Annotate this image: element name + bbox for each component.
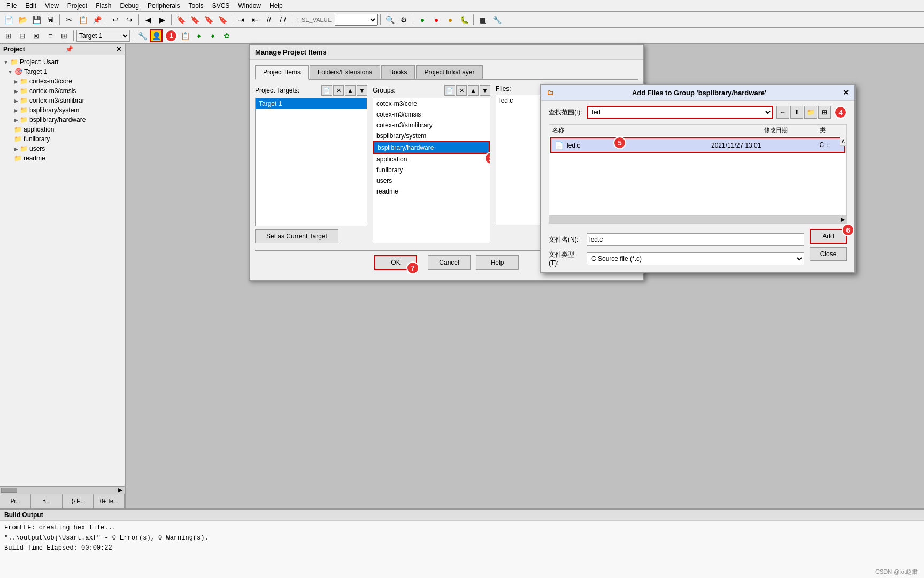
manage-project-btn[interactable]: 👤 — [150, 29, 163, 42]
sort-btn[interactable]: ∧ — [840, 136, 846, 146]
targets-del-btn[interactable]: ✕ — [333, 85, 344, 96]
group-item-4[interactable]: bsplibrary/hardware — [373, 141, 490, 154]
tab-project-info[interactable]: Project Info/Layer — [416, 65, 482, 79]
add-dialog-close-btn[interactable]: ✕ — [843, 88, 849, 97]
tree-users[interactable]: ▶ 📁 users — [1, 144, 124, 153]
menu-edit[interactable]: Edit — [21, 1, 41, 11]
hse-combo[interactable] — [335, 14, 378, 26]
left-tab-templates[interactable]: 0+ Te... — [94, 494, 125, 508]
paste-btn[interactable]: 📌 — [90, 13, 103, 26]
group-item-0[interactable]: cotex-m3/core — [373, 98, 490, 109]
target-item-0[interactable]: Target 1 — [256, 98, 367, 109]
close-btn-add[interactable]: Close — [810, 247, 847, 261]
lookup-new-folder-btn[interactable]: 📁 — [804, 106, 817, 119]
indent-btn[interactable]: ⇥ — [235, 13, 248, 26]
tb2-green2-btn[interactable]: ♦ — [206, 29, 219, 42]
tab-project-items[interactable]: Project Items — [255, 65, 309, 80]
comment-btn[interactable]: // — [263, 13, 275, 26]
tree-bsp-hardware[interactable]: ▶ 📁 bsplibrary/hardware — [1, 115, 124, 125]
lookup-up-btn[interactable]: ⬆ — [790, 106, 803, 119]
debug-btn[interactable]: 🐛 — [458, 13, 471, 26]
lookup-back-btn[interactable]: ← — [776, 106, 789, 119]
group-item-2[interactable]: cotex-m3/stmlibrary — [373, 120, 490, 130]
menu-window[interactable]: Window — [234, 1, 265, 11]
targets-dn-btn[interactable]: ▼ — [357, 85, 367, 96]
groups-del-btn[interactable]: ✕ — [456, 85, 467, 96]
filename-input[interactable] — [587, 233, 804, 246]
menu-debug[interactable]: Debug — [116, 1, 143, 11]
col-type-header[interactable]: 类 — [820, 126, 843, 134]
left-tab-project[interactable]: Pr... — [0, 494, 31, 508]
groups-new-btn[interactable]: 📄 — [444, 85, 455, 96]
tb2-btn2[interactable]: ⊟ — [16, 29, 29, 42]
panel-close-btn[interactable]: ✕ — [116, 45, 121, 53]
tb2-btn3[interactable]: ⊠ — [30, 29, 43, 42]
groups-up-btn[interactable]: ▲ — [468, 85, 479, 96]
copy-btn[interactable]: 📋 — [76, 13, 89, 26]
targets-new-btn[interactable]: 📄 — [321, 85, 332, 96]
manage-cancel-btn[interactable]: Cancel — [428, 255, 471, 270]
uncomment-btn[interactable]: / / — [276, 13, 289, 26]
tree-target1[interactable]: ▼ 🎯 Target 1 — [1, 67, 124, 76]
bookmark4-btn[interactable]: 🔖 — [216, 13, 229, 26]
tree-project-root[interactable]: ▼ 📁 Project: Usart — [1, 57, 124, 67]
set-current-target-btn[interactable]: Set as Current Target — [255, 229, 338, 243]
group-item-8[interactable]: readme — [373, 186, 490, 197]
tree-cortex-core[interactable]: ▶ 📁 cortex-m3/core — [1, 76, 124, 86]
tb2-btn1[interactable]: ⊞ — [2, 29, 15, 42]
menu-file[interactable]: File — [2, 1, 21, 11]
group-item-7[interactable]: users — [373, 175, 490, 186]
group-item-3[interactable]: bsplibrary/system — [373, 130, 490, 141]
save-all-btn[interactable]: 🖫 — [44, 13, 57, 26]
groups-dn-btn[interactable]: ▼ — [480, 85, 490, 96]
undo-btn[interactable]: ↩ — [109, 13, 122, 26]
config1-btn[interactable]: ⚙ — [397, 13, 410, 26]
bookmark1-btn[interactable]: 🔖 — [174, 13, 187, 26]
search-btn[interactable]: 🔍 — [383, 13, 396, 26]
manage-help-btn[interactable]: Help — [476, 255, 519, 270]
target-combo[interactable]: Target 1 — [76, 30, 130, 42]
tb2-copy-btn[interactable]: 📋 — [179, 29, 191, 42]
left-tab-funcs[interactable]: {} F... — [63, 494, 94, 508]
scroll-right-btn[interactable]: ▶ — [116, 487, 125, 494]
open-btn[interactable]: 📂 — [16, 13, 29, 26]
new-file-btn[interactable]: 📄 — [2, 13, 15, 26]
bookmark2-btn[interactable]: 🔖 — [188, 13, 201, 26]
menu-view[interactable]: View — [41, 1, 63, 11]
tab-books[interactable]: Books — [381, 65, 415, 79]
group-item-5[interactable]: application — [373, 154, 490, 165]
file-hscroll[interactable]: ▶ — [549, 216, 847, 224]
menu-svcs[interactable]: SVCS — [208, 1, 234, 11]
tree-readme[interactable]: 📁 readme — [1, 153, 124, 163]
stop-btn[interactable]: ● — [430, 13, 443, 26]
menu-tools[interactable]: Tools — [184, 1, 208, 11]
tb2-btn5[interactable]: ⊞ — [58, 29, 71, 42]
nav-fwd-btn[interactable]: ▶ — [156, 13, 168, 26]
tree-application[interactable]: 📁 application — [1, 125, 124, 134]
group-item-1[interactable]: cotex-m3/cmsis — [373, 109, 490, 120]
cut-btn[interactable]: ✂ — [63, 13, 75, 26]
file-hscroll-right[interactable]: ▶ — [839, 216, 846, 223]
debug-run-btn[interactable]: ● — [444, 13, 457, 26]
nav-back-btn[interactable]: ◀ — [142, 13, 155, 26]
tb2-flower-btn[interactable]: ✿ — [220, 29, 233, 42]
col-name-header[interactable]: 名称 — [552, 126, 709, 134]
tree-scrollbar-h[interactable]: ▶ — [0, 486, 125, 494]
targets-up-btn[interactable]: ▲ — [345, 85, 356, 96]
tree-bsp-system[interactable]: ▶ 📁 bsplibrary/system — [1, 105, 124, 115]
tree-cortex-stmlib[interactable]: ▶ 📁 cortex-m3/stmlibrar — [1, 96, 124, 105]
filetype-combo[interactable]: C Source file (*.c) All Files (*.*) — [587, 252, 804, 265]
lookup-view-btn[interactable]: ⊞ — [818, 106, 831, 119]
left-tab-books[interactable]: B... — [31, 494, 62, 508]
group-item-6[interactable]: funlibrary — [373, 165, 490, 175]
file-row-led[interactable]: 📄 led.c 2021/11/27 13:01 C： — [550, 137, 845, 153]
tb2-btn4[interactable]: ≡ — [44, 29, 57, 42]
panel-pin-btn[interactable]: 📌 — [65, 45, 73, 53]
unindent-btn[interactable]: ⇤ — [249, 13, 261, 26]
col-date-header[interactable]: 修改日期 — [709, 126, 820, 134]
view-btn[interactable]: ▦ — [476, 13, 489, 26]
tree-funlibrary[interactable]: 📁 funlibrary — [1, 134, 124, 144]
tab-folders-ext[interactable]: Folders/Extensions — [310, 65, 380, 79]
settings-btn[interactable]: 🔧 — [490, 13, 503, 26]
save-btn[interactable]: 💾 — [30, 13, 43, 26]
